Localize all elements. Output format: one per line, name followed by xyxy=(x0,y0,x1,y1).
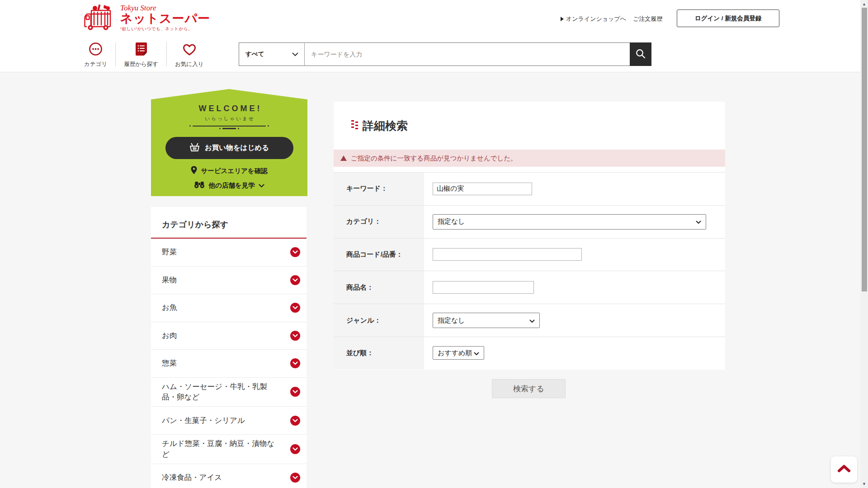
chevron-down-icon xyxy=(474,349,479,357)
scrollbar-thumb[interactable] xyxy=(862,8,867,291)
category-item-label: お魚 xyxy=(162,302,177,313)
binoculars-icon xyxy=(194,181,205,190)
genre-select[interactable]: 指定なし xyxy=(433,313,540,328)
nav-item-favorites[interactable]: お気に入り xyxy=(167,39,212,69)
field-label: キーワード： xyxy=(334,173,424,205)
brand-name-jp: ネットスーパー xyxy=(120,12,210,25)
online-shop-link[interactable]: オンラインショップへ xyxy=(561,15,626,23)
chevron-down-badge-icon[interactable] xyxy=(290,444,300,454)
category-item-label: お肉 xyxy=(162,330,177,341)
product-code-field[interactable] xyxy=(433,248,582,261)
page-title: 詳細検索 xyxy=(363,118,408,133)
chevron-down-badge-icon[interactable] xyxy=(290,275,300,285)
category-item-label: ハム・ソーセージ・牛乳・乳製品・卵など xyxy=(162,381,278,403)
chevron-down-badge-icon[interactable] xyxy=(290,331,300,341)
product-name-field[interactable] xyxy=(433,281,534,294)
no-results-alert: ご指定の条件に一致する商品が見つかりませんでした。 xyxy=(334,150,725,167)
form-row-keyword: キーワード： xyxy=(334,172,725,205)
category-item-label: 惣菜 xyxy=(162,358,177,369)
chevron-down-icon xyxy=(259,182,264,189)
warning-triangle-icon xyxy=(340,155,347,161)
field-label: 並び順： xyxy=(334,337,424,369)
category-item[interactable]: お魚 xyxy=(151,294,307,322)
form-row-product-name: 商品名： xyxy=(334,271,725,304)
chevron-down-badge-icon[interactable] xyxy=(290,303,300,313)
delivery-truck-icon xyxy=(84,4,117,32)
category-select[interactable]: 指定なし xyxy=(433,214,706,230)
start-shopping-button[interactable]: お買い物をはじめる xyxy=(165,137,293,159)
triangle-right-icon xyxy=(561,17,564,21)
welcome-panel: WELCOME! いらっしゃいませ お買い物をはじめる サービスエリアを確認 xyxy=(151,89,307,196)
scrollbar-down-arrow-icon[interactable]: ▼ xyxy=(860,482,868,486)
chevron-down-badge-icon[interactable] xyxy=(290,473,300,483)
category-list: 野菜 果物 お魚 お肉 惣菜 ハム・ソーセージ・牛乳・乳製品・卵など xyxy=(151,239,307,488)
category-item-label: 果物 xyxy=(162,275,177,286)
chevron-down-badge-icon[interactable] xyxy=(290,416,300,426)
search-form-table: キーワード： カテゴリ： 指定なし 商品コード/品番： 商 xyxy=(334,172,725,370)
search-bar: すべて xyxy=(239,42,651,66)
keyword-search-input[interactable] xyxy=(305,42,630,66)
category-sidebar-title: カテゴリから探す xyxy=(151,207,307,238)
chevron-down-icon xyxy=(696,218,701,225)
category-item[interactable]: 果物 xyxy=(151,267,307,295)
form-row-product-code: 商品コード/品番： xyxy=(334,238,725,271)
service-area-link[interactable]: サービスエリアを確認 xyxy=(191,166,267,176)
search-scope-select[interactable]: すべて xyxy=(239,42,305,66)
category-item[interactable]: パン・生菓子・シリアル xyxy=(151,407,307,435)
category-item[interactable]: 惣菜 xyxy=(151,350,307,378)
category-item-label: 野菜 xyxy=(162,247,177,258)
list-bars-icon xyxy=(351,119,358,132)
field-label: ジャンル： xyxy=(334,304,424,337)
category-item[interactable]: 野菜 xyxy=(151,239,307,267)
search-submit-button[interactable] xyxy=(630,42,651,66)
nav-bar: カテゴリ 履歴から探す xyxy=(0,36,868,72)
decorative-divider xyxy=(189,125,269,129)
category-item-label: パン・生菓子・シリアル xyxy=(162,415,245,426)
store-logo[interactable]: Tokyu Store ネットスーパー “欲しい”がいつでも、ネットから。 xyxy=(84,4,210,32)
category-item-label: 冷凍食品・アイス xyxy=(162,472,222,483)
field-label: カテゴリ： xyxy=(334,206,424,238)
sort-select[interactable]: おすすめ順 xyxy=(433,346,484,360)
chevron-down-icon xyxy=(292,50,298,58)
scrollbar-up-arrow-icon[interactable]: ▲ xyxy=(860,2,868,6)
heart-icon xyxy=(182,42,197,58)
top-bar: Tokyu Store ネットスーパー “欲しい”がいつでも、ネットから。 オン… xyxy=(0,0,868,36)
dots-circle-icon xyxy=(89,42,103,58)
login-register-button[interactable]: ログイン / 新規会員登録 xyxy=(677,9,779,27)
shopping-basket-icon xyxy=(189,143,200,154)
category-item-label: チルド惣菜・豆腐・納豆・漬物など xyxy=(162,438,278,460)
history-list-icon xyxy=(135,42,147,58)
nav-item-history[interactable]: 履歴から探す xyxy=(116,39,166,69)
category-item[interactable]: 冷凍食品・アイス xyxy=(151,464,307,488)
form-row-genre: ジャンル： 指定なし xyxy=(334,304,725,337)
detail-search-card: 詳細検索 ご指定の条件に一致する商品が見つかりませんでした。 キーワード： カテ… xyxy=(334,102,725,370)
magnifier-icon xyxy=(635,48,646,61)
category-item[interactable]: チルド惣菜・豆腐・納豆・漬物など xyxy=(151,435,307,464)
form-row-category: カテゴリ： 指定なし xyxy=(334,205,725,238)
brand-name-en: Tokyu Store xyxy=(120,4,210,12)
welcome-subtitle: いらっしゃいませ xyxy=(204,116,255,122)
chevron-down-icon xyxy=(529,317,535,324)
scroll-to-top-button[interactable] xyxy=(831,456,857,483)
chevron-down-badge-icon[interactable] xyxy=(290,387,300,397)
map-pin-icon xyxy=(191,166,197,176)
keyword-field[interactable] xyxy=(433,183,532,195)
page-scrollbar[interactable]: ▲ ▼ xyxy=(860,0,868,488)
brand-tagline: “欲しい”がいつでも、ネットから。 xyxy=(120,26,210,32)
category-item[interactable]: ハム・ソーセージ・牛乳・乳製品・卵など xyxy=(151,378,307,407)
category-item[interactable]: お肉 xyxy=(151,322,307,350)
chevron-down-badge-icon[interactable] xyxy=(290,358,300,368)
category-sidebar: カテゴリから探す 野菜 果物 お魚 お肉 惣菜 ハム・ソーセージ・牛乳・乳製品・… xyxy=(151,207,307,488)
other-stores-link[interactable]: 他の店舗を見学 xyxy=(194,181,264,190)
field-label: 商品コード/品番： xyxy=(334,239,424,271)
nav-item-category[interactable]: カテゴリ xyxy=(76,39,115,69)
field-label: 商品名： xyxy=(334,271,424,304)
form-row-sort: 並び順： おすすめ順 xyxy=(334,337,725,370)
order-history-link[interactable]: ご注文履歴 xyxy=(633,15,662,23)
chevron-up-icon xyxy=(837,465,851,474)
search-submit-form-button[interactable]: 検索する xyxy=(492,379,566,398)
welcome-title: WELCOME! xyxy=(197,104,262,113)
chevron-down-badge-icon[interactable] xyxy=(290,247,300,257)
